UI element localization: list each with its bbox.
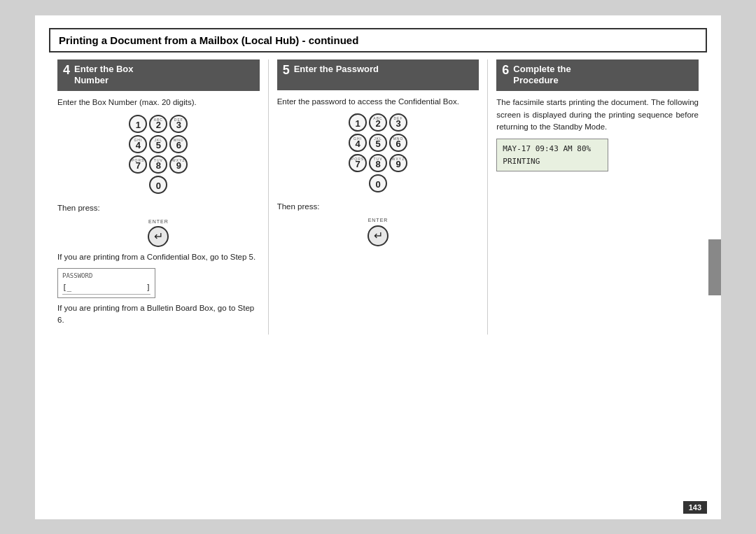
step5-number: 5 (283, 64, 290, 76)
step5-key-6[interactable]: MNO 6 (389, 134, 407, 152)
keypad-row1: 1 ABC 2 DEF 3 (129, 115, 188, 133)
step6-text: The facsimile starts printing the docume… (496, 97, 699, 133)
step4-body: Enter the Box Number (max. 20 digits). 1… (57, 97, 260, 326)
step5-key-5[interactable]: JKL 5 (369, 134, 387, 152)
key-4-sub: GHI (130, 138, 146, 143)
step4-note2: If you are printing from a Bulletin Boar… (57, 302, 260, 327)
step4-intro: Enter the Box Number (max. 20 digits). (57, 97, 260, 108)
step5-keypad-row2: GHI 4 JKL 5 MNO 6 (349, 134, 407, 152)
key-5-sub: JKL (150, 138, 166, 143)
step6-body: The facsimile starts printing the docume… (496, 97, 699, 171)
key-2[interactable]: ABC 2 (149, 115, 167, 133)
step5-key-3[interactable]: DEF 3 (389, 113, 407, 132)
columns: 4 Enter the BoxNumber Enter the Box Numb… (49, 59, 707, 335)
key-1[interactable]: 1 (129, 115, 147, 133)
step5-title: Enter the Password (294, 64, 379, 76)
key-9[interactable]: WXYZ 9 (169, 155, 188, 174)
step6-number: 6 (502, 64, 509, 76)
step5-header: 5 Enter the Password (277, 59, 479, 90)
key-7-sub: PQRS (130, 158, 146, 164)
step5-then-press: Then press: (277, 201, 479, 213)
step5-key-4[interactable]: GHI 4 (349, 134, 367, 152)
step6-header: 6 Complete theProcedure (496, 59, 699, 92)
step5-key-0[interactable]: 0 (369, 174, 387, 192)
col-step4: 4 Enter the BoxNumber Enter the Box Numb… (49, 59, 269, 335)
step4-enter-wrap: ENTER ↵ (57, 218, 260, 248)
lcd-screen: MAY-17 09:43 AM 80% PRINTING (496, 139, 608, 171)
step5-enter-btn[interactable]: ↵ (368, 225, 388, 246)
key-3[interactable]: DEF 3 (169, 115, 188, 133)
step5-keypad-wrap: 1 ABC 2 DEF 3 (277, 108, 479, 198)
password-end: ] (146, 282, 150, 294)
key-3-sub: DEF (171, 118, 186, 123)
key-4[interactable]: GHI 4 (129, 135, 147, 153)
step5-keypad-row3: PQRS 7 TUV 8 WXYZ 9 (349, 154, 407, 172)
keypad-row4: 0 (149, 176, 167, 194)
col-step5: 5 Enter the Password Enter the password … (269, 59, 489, 335)
key-0[interactable]: 0 (149, 176, 167, 194)
step5-keypad-row4: 0 (369, 174, 387, 192)
step5-body: Enter the password to access the Confide… (277, 96, 479, 246)
keypad-row3: PQRS 7 TUV 8 WXYZ 9 (129, 155, 188, 174)
lcd-line2: PRINTING (503, 155, 602, 168)
key-6[interactable]: MNO 6 (169, 135, 188, 153)
page: Printing a Document from a Mailbox (Loca… (35, 15, 721, 519)
step4-note1: If you are printing from a Confidential … (57, 251, 260, 263)
step5-enter-wrap: ENTER ↵ (277, 217, 479, 246)
password-input: [_ ] (62, 282, 150, 295)
keypad-row2: GHI 4 JKL 5 MNO 6 (129, 135, 188, 153)
sidebar-tab (708, 239, 721, 295)
step4-title: Enter the BoxNumber (74, 64, 134, 87)
key-6-sub: MNO (171, 138, 186, 143)
lcd-line1: MAY-17 09:43 AM 80% (503, 143, 602, 155)
key-7[interactable]: PQRS 7 (129, 155, 147, 174)
step4-keypad: 1 ABC 2 DEF 3 (129, 115, 188, 194)
step4-number: 4 (63, 64, 70, 76)
step4-keypad-wrap: 1 ABC 2 DEF 3 (57, 109, 260, 199)
step5-key-2[interactable]: ABC 2 (369, 113, 387, 132)
step5-key-9[interactable]: WXYZ 9 (389, 154, 407, 172)
step5-keypad: 1 ABC 2 DEF 3 (349, 113, 407, 192)
password-box: PASSWORD [_ ] (57, 268, 155, 298)
step5-intro: Enter the password to access the Confide… (277, 96, 479, 108)
step4-enter-btn[interactable]: ↵ (148, 226, 169, 247)
key-0-num: 0 (156, 179, 161, 193)
main-title: Printing a Document from a Mailbox (Loca… (49, 28, 707, 52)
step6-title: Complete theProcedure (513, 64, 570, 87)
step4-enter-label: ENTER (148, 218, 169, 226)
page-number: 143 (683, 501, 707, 514)
step5-enter-label: ENTER (368, 217, 388, 225)
step5-key-1[interactable]: 1 (349, 113, 367, 132)
key-9-sub: WXYZ (171, 158, 186, 164)
password-cursor: [_ (62, 282, 71, 294)
key-8-sub: TUV (150, 158, 166, 164)
step5-key-7[interactable]: PQRS 7 (349, 154, 367, 172)
key-8[interactable]: TUV 8 (149, 155, 167, 174)
step5-keypad-row1: 1 ABC 2 DEF 3 (349, 113, 407, 132)
step4-header: 4 Enter the BoxNumber (57, 59, 260, 92)
step5-key-8[interactable]: TUV 8 (369, 154, 387, 172)
col-step6: 6 Complete theProcedure The facsimile st… (488, 59, 707, 335)
step4-then-press: Then press: (57, 202, 260, 214)
key-2-sub: ABC (150, 118, 166, 123)
key-1-num: 1 (136, 118, 141, 132)
key-5[interactable]: JKL 5 (149, 135, 167, 153)
password-label: PASSWORD (62, 272, 150, 281)
